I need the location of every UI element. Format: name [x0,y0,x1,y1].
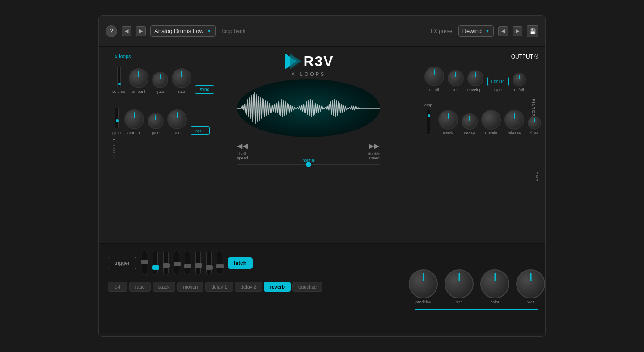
fx-tab-delay1[interactable]: delay 1 [205,282,233,292]
attack-knob[interactable] [438,110,458,130]
fx-preset-dropdown[interactable]: Rewind ▼ [458,25,494,37]
pitch-slider[interactable] [115,107,119,129]
envelope-label: envelope [467,88,484,92]
attack-label: attack [443,131,453,135]
wet-label: wet [527,300,534,304]
rate-label1: rate [178,89,185,94]
fx-slider-track-5[interactable] [185,251,190,275]
amp-slider-group: amp [424,103,432,135]
decay-knob[interactable] [462,113,478,130]
gate-knob2[interactable] [148,113,164,129]
loop-bank-label: loop bank [222,28,246,34]
sustain-label: sustain [484,131,497,135]
amount-label2: amount [127,130,141,135]
fx-prev-button[interactable]: ◀ [498,26,508,36]
amount-knob2[interactable] [124,109,144,129]
stutter-row1: volume amount gate rate sync [108,66,191,94]
fx-tab-stack[interactable]: stack [153,282,176,292]
main-area: STUTTER : x-loops volume amount [99,47,545,243]
env-side-label: ENV [535,172,540,183]
stutter-knobs-row2: pitch amount gate rate sync [112,107,191,135]
plugin-container: ? ◀ ▶ Analog Drums Low ▼ loop bank FX pr… [98,15,546,337]
save-button[interactable]: 💾 [527,25,538,37]
color-knob[interactable] [480,269,509,298]
fx-sliders-row: trigger [108,251,404,275]
speed-controls: ◀◀ halfspeed normal ▶▶ doublespeed [237,142,380,160]
fx-slider-track-2[interactable] [153,251,158,275]
fx-slider-thumb-8[interactable] [216,264,224,268]
center-panel: R3V X-LOOPS ◀◀ halfspeed normal ▶▶ [197,47,420,243]
volume-slider-group: volume [112,66,125,94]
filter-type-group: Ldr H4 type [487,77,509,92]
fx-next-button[interactable]: ▶ [513,26,522,36]
sustain-knob-group: sustain [481,110,501,135]
gate-knob-group2: gate [148,113,164,135]
fx-tabs: lo-fi rage stack motion delay 1 delay 2 … [108,282,404,292]
double-speed-label: doublespeed [368,151,380,160]
wet-knob[interactable] [516,269,545,298]
stutter-knobs-row1: volume amount gate rate sync [112,66,191,94]
speed-bar[interactable] [237,164,380,165]
fx-slider-track-1[interactable] [142,251,147,275]
fx-slider-8 [217,251,222,275]
left-panel: STUTTER : x-loops volume amount [99,47,197,243]
color-knob-group: color [480,269,509,304]
fx-slider-track-6[interactable] [195,251,201,275]
volume-slider[interactable] [117,66,121,88]
rate-knob2[interactable] [167,109,187,129]
amp-slider[interactable] [427,109,430,135]
filter-env-divider [429,99,534,99]
predelay-label: predelay [415,300,431,304]
top-bar: ? ◀ ▶ Analog Drums Low ▼ loop bank FX pr… [99,16,545,47]
help-button[interactable]: ? [106,25,117,37]
release-knob[interactable] [504,110,524,130]
rate-knob1[interactable] [172,68,191,88]
right-panel: OUTPUT ® cutoff res envelope Ldr H4 typ [420,47,545,243]
amount-knob-group1: amount [129,68,148,94]
fx-slider-5 [185,251,190,275]
fx-slider-track-7[interactable] [206,251,212,275]
fx-slider-track-8[interactable] [217,251,222,275]
dropdown-arrow-icon: ▼ [207,29,212,34]
fx-slider-thumb-5[interactable] [184,264,191,268]
fx-slider-thumb-7[interactable] [206,265,213,270]
gate-knob1[interactable] [152,72,168,88]
fx-slider-track-4[interactable] [174,251,179,275]
prev-preset-button[interactable]: ◀ [122,26,131,36]
envelope-knob[interactable] [467,70,483,86]
filter-onoff-group: on/off [513,73,526,92]
trigger-button[interactable]: trigger [108,257,136,269]
fx-slider-thumb-2[interactable] [152,265,159,270]
wet-knob-group: wet [516,269,545,304]
fx-tab-rage[interactable]: rage [129,282,151,292]
fx-tab-equalize[interactable]: equalize [292,282,322,292]
fx-slider-thumb-3[interactable] [163,263,170,268]
predelay-knob[interactable] [409,269,438,298]
size-knob[interactable] [445,269,474,298]
half-speed-label: halfspeed [237,151,248,160]
speed-thumb[interactable] [306,162,311,167]
fx-slider-track-3[interactable] [163,251,169,275]
fx-tab-reverb[interactable]: reverb [264,282,291,292]
fx-slider-thumb-1[interactable] [141,260,148,264]
double-speed-group: ▶▶ doublespeed [368,142,380,160]
fx-tab-delay2[interactable]: delay 2 [235,282,262,292]
res-knob[interactable] [448,70,464,86]
preset-dropdown[interactable]: Analog Drums Low ▼ [150,25,216,37]
fx-tab-lofi[interactable]: lo-fi [108,282,127,292]
reverb-knobs: predelay size color wet [415,269,538,304]
filter-onoff-knob[interactable] [513,73,526,86]
fx-tab-motion[interactable]: motion [177,282,203,292]
half-speed-group: ◀◀ halfspeed [237,142,248,160]
amount-knob1[interactable] [129,68,148,88]
decay-knob-group: decay [462,113,478,135]
next-preset-button[interactable]: ▶ [136,26,146,36]
fx-slider-thumb-4[interactable] [174,262,181,266]
cutoff-knob[interactable] [424,67,444,86]
fx-slider-thumb-6[interactable] [195,263,202,268]
fx-slider-6 [195,251,201,275]
filter-type-button[interactable]: Ldr H4 [487,77,509,86]
sustain-knob[interactable] [481,110,501,130]
latch-button[interactable]: latch [228,257,253,269]
filter-env-knob[interactable] [528,116,541,130]
